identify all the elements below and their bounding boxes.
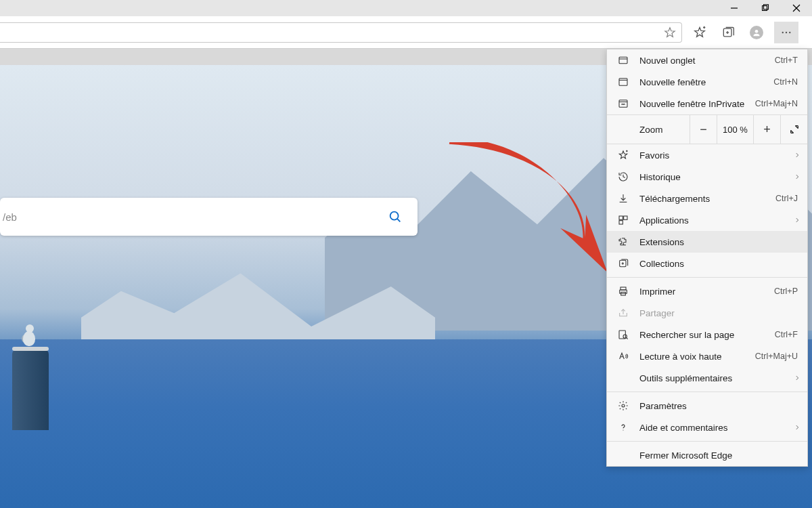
menu-favorites[interactable]: Favoris [607, 144, 807, 166]
web-search-placeholder: /eb [0, 211, 17, 223]
find-icon [616, 329, 630, 340]
fullscreen-button[interactable] [780, 115, 807, 144]
svg-point-42 [622, 404, 625, 407]
help-icon [616, 422, 630, 433]
background-post [12, 349, 49, 430]
menu-item-label: Nouvelle fenêtre [639, 77, 773, 87]
favorites-icon[interactable] [692, 24, 708, 41]
menu-item-label: Rechercher sur la page [639, 330, 775, 340]
menu-item-label: Historique [639, 172, 798, 182]
svg-marker-5 [665, 28, 675, 37]
menu-item-label: Aide et commentaires [639, 423, 798, 433]
apps-icon [616, 215, 630, 226]
svg-rect-18 [619, 57, 627, 63]
svg-rect-30 [624, 216, 627, 219]
menu-close-edge[interactable]: Fermer Microsoft Edge [607, 444, 807, 466]
chevron-right-icon [794, 173, 800, 180]
svg-point-40 [623, 335, 627, 338]
menu-item-label: Applications [639, 215, 798, 226]
svg-point-12 [755, 30, 759, 33]
zoom-in-button[interactable]: + [753, 115, 780, 144]
menu-item-label: Lecture à voix haute [639, 352, 755, 362]
chevron-right-icon [794, 152, 800, 158]
svg-point-16 [390, 212, 399, 220]
menu-downloads[interactable]: Téléchargements Ctrl+J [607, 188, 807, 209]
web-search-box[interactable]: /eb [0, 198, 418, 236]
menu-item-shortcut: Ctrl+Maj+N [755, 99, 798, 108]
zoom-out-button[interactable]: − [690, 115, 717, 144]
menu-item-shortcut: Ctrl+T [775, 56, 798, 65]
svg-rect-31 [619, 221, 623, 224]
background-bird [19, 322, 39, 345]
print-icon [616, 286, 630, 297]
chevron-right-icon [794, 375, 800, 381]
menu-share: Partager [607, 302, 807, 324]
menu-more-tools[interactable]: Outils supplémentaires [607, 367, 807, 389]
menu-new-inprivate[interactable]: Nouvelle fenêtre InPrivate Ctrl+Maj+N [607, 93, 807, 114]
background-mountains-near [81, 220, 435, 353]
menu-new-window[interactable]: Nouvelle fenêtre Ctrl+N [607, 71, 807, 93]
favorite-star-icon[interactable] [664, 26, 676, 39]
menu-item-label: Extensions [639, 237, 798, 247]
svg-rect-2 [764, 5, 769, 9]
profile-avatar[interactable] [748, 24, 765, 41]
svg-marker-6 [695, 28, 705, 37]
menu-collections[interactable]: Collections [607, 253, 807, 274]
search-icon[interactable] [388, 209, 403, 224]
gear-icon [616, 400, 630, 411]
menu-item-label: Partager [639, 308, 798, 318]
menu-history[interactable]: Historique [607, 166, 807, 188]
menu-extensions[interactable]: Extensions [607, 231, 807, 253]
inprivate-icon [616, 98, 630, 109]
menu-separator [607, 391, 807, 392]
menu-separator [607, 277, 807, 278]
menu-item-label: Fermer Microsoft Edge [639, 450, 798, 461]
menu-item-label: Favoris [639, 150, 798, 161]
read-aloud-icon [616, 351, 630, 362]
menu-separator [607, 441, 807, 442]
favorites-icon [616, 150, 630, 161]
svg-point-15 [789, 32, 790, 33]
share-icon [616, 308, 630, 318]
zoom-label: Zoom [607, 125, 690, 135]
svg-point-13 [782, 32, 784, 33]
window-minimize-button[interactable] [719, 0, 750, 16]
menu-item-label: Outils supplémentaires [639, 373, 798, 383]
menu-item-shortcut: Ctrl+J [775, 194, 798, 203]
svg-point-43 [623, 429, 623, 430]
new-tab-icon [616, 55, 630, 66]
chevron-right-icon [794, 424, 800, 431]
svg-rect-22 [619, 100, 627, 108]
menu-item-shortcut: Ctrl+Maj+U [755, 352, 798, 361]
svg-rect-29 [619, 216, 623, 219]
menu-settings[interactable]: Paramètres [607, 395, 807, 417]
menu-item-shortcut: Ctrl+P [774, 287, 798, 296]
menu-item-label: Collections [639, 259, 798, 269]
menu-read-aloud[interactable]: Lecture à voix haute Ctrl+Maj+U [607, 345, 807, 367]
menu-item-label: Nouvel onglet [639, 56, 775, 66]
browser-toolbar [0, 16, 812, 49]
menu-new-tab[interactable]: Nouvel onglet Ctrl+T [607, 49, 807, 71]
collections-icon[interactable] [720, 24, 736, 41]
new-window-icon [616, 77, 630, 87]
menu-item-label: Nouvelle fenêtre InPrivate [639, 99, 755, 109]
menu-item-label: Paramètres [639, 401, 798, 411]
menu-print[interactable]: Imprimer Ctrl+P [607, 280, 807, 302]
svg-marker-24 [619, 151, 627, 158]
menu-find[interactable]: Rechercher sur la page Ctrl+F [607, 324, 807, 345]
svg-rect-20 [619, 79, 627, 86]
collections-icon [616, 258, 630, 269]
window-maximize-button[interactable] [750, 0, 781, 16]
zoom-value: 100 % [717, 115, 753, 144]
address-bar[interactable] [0, 22, 682, 43]
menu-item-label: Téléchargements [639, 194, 775, 204]
window-close-button[interactable] [781, 0, 812, 16]
menu-apps[interactable]: Applications [607, 209, 807, 231]
extensions-icon [616, 236, 630, 247]
menu-help[interactable]: Aide et commentaires [607, 417, 807, 438]
svg-rect-35 [621, 287, 626, 290]
settings-and-more-button[interactable] [774, 22, 798, 43]
settings-menu: Nouvel onglet Ctrl+T Nouvelle fenêtre Ct… [606, 49, 808, 467]
menu-item-label: Imprimer [639, 287, 774, 297]
menu-item-shortcut: Ctrl+N [773, 77, 798, 87]
